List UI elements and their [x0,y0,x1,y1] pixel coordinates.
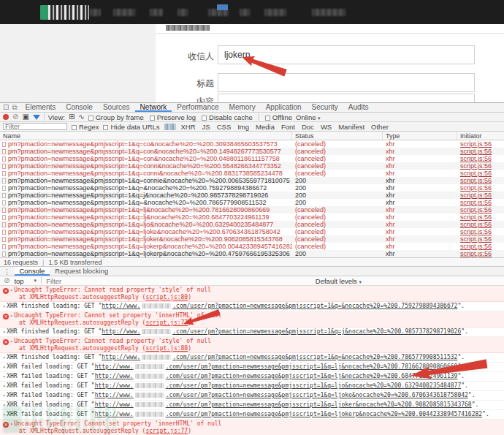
record-network-log-icon[interactable] [3,114,9,120]
type-filter-css[interactable]: CSS [216,123,232,131]
console-error-message[interactable]: ✕▸Uncaught TypeError: Cannot set propert… [0,420,504,435]
source-location-link[interactable]: script.js:77 [145,319,188,326]
checkbox-icon[interactable] [72,125,77,130]
content-textarea[interactable] [218,94,475,102]
nav-item-blurred[interactable] [312,9,345,16]
type-filter-other[interactable]: Other [370,123,389,131]
type-filter-media[interactable]: Media [255,123,275,131]
table-row[interactable]: pm?pmaction=newmessage&pmjsscript=1&q=j&… [0,192,504,199]
console-xhr-message[interactable]: ▸XHR failed loading: GET "http://www..co… [0,372,504,382]
device-toolbar-icon[interactable]: ⧉ [12,104,17,111]
type-filter-js[interactable]: JS [202,123,211,131]
request-url-link[interactable]: http://www..com/user/pm?pmaction=newmess… [102,328,461,335]
tab-application[interactable]: Application [261,103,307,112]
initiator-link[interactable]: script.js:56 [460,162,492,170]
console-xhr-message[interactable]: ▸XHR finished loading: GET "http://www..… [0,302,504,311]
initiator-link[interactable]: script.js:56 [460,140,492,148]
console-error-message[interactable]: ✕▸Uncaught TypeError: Cannot read proper… [0,337,504,353]
type-filter-manifest[interactable]: Manifest [337,123,365,131]
type-filter-img[interactable]: Img [237,123,250,131]
clear-console-icon[interactable]: ⊘ [4,277,9,284]
tab-performance[interactable]: Performance [172,103,224,112]
source-location-link[interactable]: script.js:80 [145,345,188,352]
online-throttling-select[interactable]: Online ▾ [296,113,321,121]
console-xhr-message[interactable]: ▸XHR failed loading: GET "http://www..co… [0,401,504,410]
nav-item-blurred[interactable] [113,9,135,16]
initiator-link[interactable]: script.js:56 [460,235,492,243]
console-xhr-message[interactable]: ▸XHR failed loading: GET "http://www..co… [0,382,504,391]
drawer-tab-request-blocking[interactable]: Request blocking [50,267,113,276]
table-row[interactable]: pm?pmaction=newmessage&pmjsscript=1&q=lj… [0,228,504,235]
request-url-link[interactable]: http://www..com/user/pm?pmaction=newmess… [95,363,458,370]
table-row[interactable]: pm?pmaction=newmessage&pmjsscript=1&q=&n… [0,184,504,192]
table-row[interactable]: pm?pmaction=newmessage&pmjsscript=1&q=lj… [0,235,504,243]
tab-network[interactable]: Network [135,103,172,112]
nav-item-blurred[interactable] [264,9,286,16]
tab-memory[interactable]: Memory [224,103,261,112]
tab-console[interactable]: Console [61,103,98,112]
inspect-element-icon[interactable]: ⊡ [3,104,9,111]
type-filter-xhr[interactable]: XHR [180,123,196,131]
tab-security[interactable]: Security [307,103,343,112]
initiator-link[interactable]: script.js:56 [460,177,492,184]
checkbox-icon[interactable] [88,116,93,121]
offline-checkbox[interactable]: Offline [265,113,292,121]
view-waterfall-icon[interactable]: ∿ [78,113,84,121]
console-error-message[interactable]: ✕▸Uncaught TypeError: Cannot read proper… [0,286,504,302]
type-filter-font[interactable]: Font [280,123,296,131]
initiator-link[interactable]: script.js:56 [460,148,492,155]
table-row[interactable]: pm?pmaction=newmessage&pmjsscript=1&q=&n… [0,199,504,206]
checkbox-icon[interactable] [150,116,155,121]
table-row[interactable]: pm?pmaction=newmessage&pmjsscript=1&q=lj… [0,250,504,257]
table-row[interactable]: pm?pmaction=newmessage&pmjsscript=1&q=co… [0,177,504,184]
disable-cache-checkbox[interactable]: Disable cache [202,113,253,121]
capture-screenshots-icon[interactable]: ▣ [22,113,28,121]
initiator-link[interactable]: script.js:56 [460,221,492,228]
request-url-link[interactable]: http://www..com/user/pm?pmaction=newmess… [95,411,482,417]
drawer-menu-icon[interactable]: ⋮ [0,267,15,276]
tab-elements[interactable]: Elements [20,103,61,112]
table-row[interactable]: pm?pmaction=newmessage&pmjsscript=1&q=co… [0,170,504,177]
request-url-link[interactable]: http://www..com/user/pm?pmaction=newmess… [95,382,462,389]
initiator-link[interactable]: script.js:56 [460,243,492,250]
initiator-link[interactable]: script.js:56 [460,206,492,213]
console-error-message[interactable]: ✕▸Uncaught TypeError: Cannot set propert… [0,311,504,328]
table-row[interactable]: pm?pmaction=newmessage&pmjsscript=1&q=lj… [0,213,504,221]
tab-audits[interactable]: Audits [343,103,374,112]
type-filter-doc[interactable]: Doc [301,123,315,131]
checkbox-icon[interactable] [103,125,108,130]
console-xhr-message[interactable]: ▸XHR failed loading: GET "http://www..co… [0,391,504,401]
tab-sources[interactable]: Sources [98,103,135,112]
initiator-link[interactable]: script.js:56 [460,170,492,177]
column-header-name[interactable]: Name [0,132,292,140]
table-row[interactable]: pm?pmaction=newmessage&pmjsscript=1&q=co… [0,148,504,155]
column-header-status[interactable]: Status [292,132,383,140]
site-logo[interactable] [40,5,89,20]
table-row[interactable]: pm?pmaction=newmessage&pmjsscript=1&q=co… [0,140,504,148]
drawer-tab-console[interactable]: Console [15,267,50,276]
console-xhr-message[interactable]: ▸XHR failed loading: GET "http://www..co… [0,363,504,372]
regex-checkbox[interactable]: Regex [72,123,99,131]
initiator-link[interactable]: script.js:56 [460,213,492,221]
console-xhr-message[interactable]: ▸XHR failed loading: GET "http://www..co… [0,410,504,420]
table-row[interactable]: pm?pmaction=newmessage&pmjsscript=1&q=co… [0,162,504,170]
type-filter-ws[interactable]: WS [320,123,332,131]
initiator-link[interactable]: script.js:56 [460,250,492,257]
recipient-input[interactable] [218,45,475,64]
group-by-frame-checkbox[interactable]: Group by frame [88,113,144,121]
nav-item-blurred[interactable] [90,9,101,16]
initiator-link[interactable]: script.js:56 [460,199,492,206]
column-header-type[interactable]: Type [383,132,457,140]
request-url-link[interactable]: http://www..com/user/pm?pmaction=newmess… [95,373,458,379]
initiator-link[interactable]: script.js:56 [460,228,492,235]
network-filter-input[interactable] [3,123,67,130]
all-filter-blurred[interactable] [164,124,176,130]
filter-funnel-icon[interactable] [33,115,40,120]
source-location-link[interactable]: script.js:80 [145,294,188,300]
initiator-link[interactable]: script.js:56 [460,192,492,199]
column-header-initiator[interactable]: Initiator [457,132,504,140]
clear-network-icon[interactable]: ⊘ [12,113,18,121]
preserve-log-checkbox[interactable]: Preserve log [150,113,196,121]
table-row[interactable]: pm?pmaction=newmessage&pmjsscript=1&q=lj… [0,206,504,213]
request-url-link[interactable]: http://www..com/user/pm?pmaction=newmess… [102,354,457,360]
